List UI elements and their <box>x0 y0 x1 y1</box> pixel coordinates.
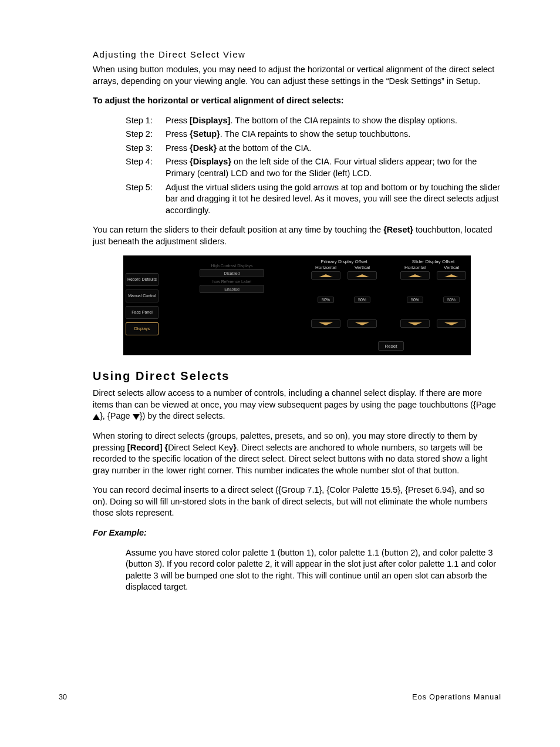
ds-paragraph-2: When storing to direct selects (groups, … <box>93 430 501 476</box>
step-1: Step 1: Press [Displays]. The bottom of … <box>126 115 501 127</box>
primary-offset-group: Primary Display Offset Horizontal 50% Ve… <box>311 259 377 328</box>
record-defaults-button[interactable]: Record Defaults <box>126 273 158 286</box>
step-4: Step 4: Press {Displays} on the left sid… <box>126 156 501 179</box>
arrow-up-icon[interactable] <box>348 271 377 280</box>
primary-offset-title: Primary Display Offset <box>311 259 377 264</box>
arrow-down-icon[interactable] <box>311 319 340 328</box>
axis-label: Vertical <box>437 265 466 270</box>
arrow-up-icon[interactable] <box>400 271 430 280</box>
step-label: Step 1: <box>126 115 166 127</box>
step-label: Step 3: <box>126 143 166 154</box>
outro-paragraph: You can return the sliders to their defa… <box>93 224 501 247</box>
manual-title: Eos Operations Manual <box>412 693 501 701</box>
ref-label-toggle[interactable]: Enabled <box>200 285 264 293</box>
displays-button[interactable]: Displays <box>126 322 158 335</box>
arrow-down-icon[interactable] <box>348 319 377 328</box>
slider-value: 50% <box>354 297 370 303</box>
procedure-heading: To adjust the horizontal or vertical ali… <box>93 95 501 107</box>
ref-label-label: how Reference Label <box>200 280 264 284</box>
section-heading-adjusting: Adjusting the Direct Select View <box>93 49 501 59</box>
arrow-down-icon[interactable] <box>400 319 430 328</box>
cia-displays-figure: Record Defaults Manual Control Face Pane… <box>123 255 471 355</box>
step-text: Press [Displays]. The bottom of the CIA … <box>166 115 501 127</box>
axis-label: Horizontal <box>400 265 430 270</box>
step-2: Step 2: Press {Setup}. The CIA repaints … <box>126 129 501 140</box>
triangle-down-icon <box>133 414 140 420</box>
page-footer: 30 Eos Operations Manual <box>59 693 501 701</box>
intro-paragraph: When using button modules, you may need … <box>93 64 501 87</box>
step-label: Step 2: <box>126 129 166 140</box>
slider-value: 50% <box>407 297 423 303</box>
axis-label: Vertical <box>348 265 377 270</box>
step-text: Press {Desk} at the bottom of the CIA. <box>166 143 501 154</box>
step-5: Step 5: Adjust the virtual sliders using… <box>126 182 501 217</box>
primary-horizontal-slider[interactable]: Horizontal 50% <box>311 265 340 328</box>
example-body: Assume you have stored color palette 1 (… <box>126 547 501 593</box>
step-label: Step 5: <box>126 182 166 217</box>
arrow-up-icon[interactable] <box>311 271 340 280</box>
step-label: Step 4: <box>126 156 166 179</box>
arrow-up-icon[interactable] <box>437 271 466 280</box>
primary-vertical-slider[interactable]: Vertical 50% <box>348 265 377 328</box>
triangle-up-icon <box>93 414 100 420</box>
section-heading-using: Using Direct Selects <box>93 369 501 383</box>
axis-label: Horizontal <box>311 265 340 270</box>
high-contrast-label: High Contrast Displays <box>200 264 264 268</box>
step-text: Press {Setup}. The CIA repaints to show … <box>166 129 501 140</box>
step-text: Adjust the virtual sliders using the gol… <box>166 182 501 217</box>
step-3: Step 3: Press {Desk} at the bottom of th… <box>126 143 501 154</box>
reset-button[interactable]: Reset <box>378 341 404 351</box>
high-contrast-toggle[interactable]: Disabled <box>200 269 264 277</box>
step-text: Press {Displays} on the left side of the… <box>166 156 501 179</box>
slider-value: 50% <box>318 297 334 303</box>
ds-paragraph-3: You can record decimal inserts to a dire… <box>93 484 501 519</box>
steps-list: Step 1: Press [Displays]. The bottom of … <box>126 115 501 217</box>
slider-value: 50% <box>443 297 460 303</box>
arrow-down-icon[interactable] <box>437 319 466 328</box>
example-heading: For Example: <box>93 527 501 539</box>
slider-offset-group: Slider Display Offset Horizontal 50% Ver… <box>400 259 466 328</box>
slider-horizontal-slider[interactable]: Horizontal 50% <box>400 265 430 328</box>
slider-offset-title: Slider Display Offset <box>400 259 466 264</box>
slider-vertical-slider[interactable]: Vertical 50% <box>437 265 466 328</box>
manual-control-button[interactable]: Manual Control <box>126 290 158 302</box>
page-number: 30 <box>59 693 67 701</box>
face-panel-button[interactable]: Face Panel <box>126 306 158 319</box>
ds-paragraph-1: Direct selects allow access to a number … <box>93 388 501 422</box>
